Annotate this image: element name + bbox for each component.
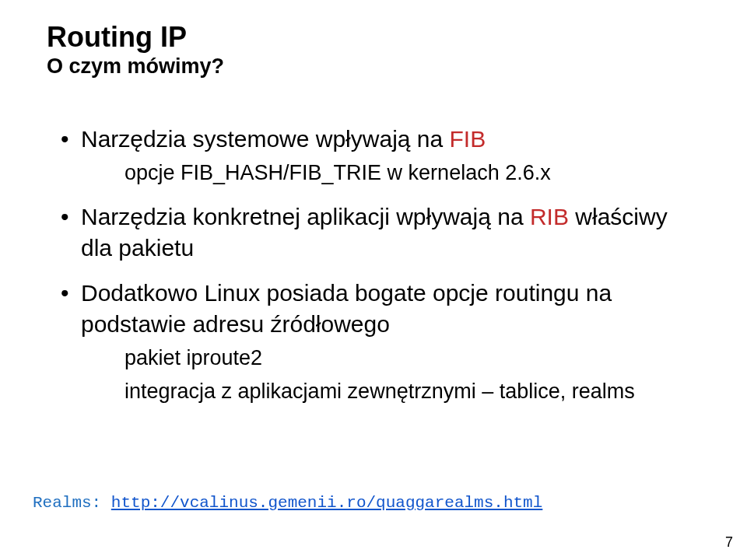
bullet-text: Dodatkowo Linux posiada bogate opcje rou…: [81, 280, 612, 337]
footer-reference: Realms: http://vcalinus.gemenii.ro/quagg…: [33, 494, 542, 512]
list-item: Dodatkowo Linux posiada bogate opcje rou…: [61, 278, 700, 406]
emphasis-rib: RIB: [530, 204, 569, 229]
list-item: Narzędzia konkretnej aplikacji wpływają …: [61, 201, 700, 264]
emphasis-fib: FIB: [450, 126, 486, 152]
slide: Routing IP O czym mówimy? Narzędzia syst…: [0, 0, 747, 560]
page-subtitle: O czym mówimy?: [47, 54, 700, 79]
sub-item: opcje FIB_HASH/FIB_TRIE w kernelach 2.6.…: [124, 159, 700, 187]
content-area: Narzędzia systemowe wpływają na FIB opcj…: [61, 124, 700, 406]
sub-item: pakiet iproute2: [124, 344, 700, 372]
list-item: Narzędzia systemowe wpływają na FIB opcj…: [61, 124, 700, 187]
bullet-text: Narzędzia konkretnej aplikacji wpływają …: [81, 204, 530, 229]
footer-label: Realms:: [33, 494, 111, 512]
page-number: 7: [725, 534, 733, 551]
bullet-list: Narzędzia systemowe wpływają na FIB opcj…: [61, 124, 700, 406]
bullet-text: Narzędzia systemowe wpływają na: [81, 126, 450, 152]
page-title: Routing IP: [47, 22, 700, 53]
footer-link[interactable]: http://vcalinus.gemenii.ro/quaggarealms.…: [111, 494, 543, 512]
sub-item: integracja z aplikacjami zewnętrznymi – …: [124, 377, 700, 405]
